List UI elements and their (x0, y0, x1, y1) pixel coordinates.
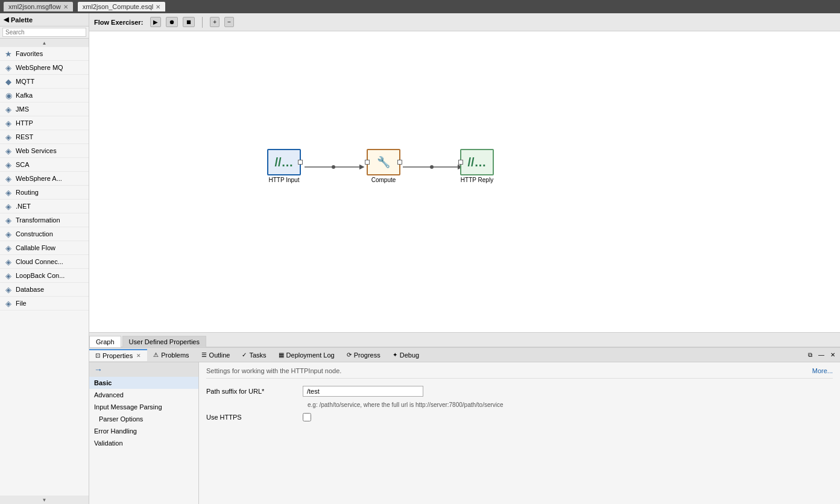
props-nav-parser-options[interactable]: Parser Options (89, 413, 198, 425)
node-compute-port-out[interactable] (397, 160, 402, 165)
properties-tab-close[interactable]: ✕ (136, 353, 141, 359)
node-compute-box[interactable]: 🔧 (367, 149, 400, 175)
zoom-in-button[interactable]: + (210, 17, 219, 27)
node-http-input-port-out[interactable] (298, 160, 303, 165)
deployment-log-tab-label: Deployment Log (286, 351, 335, 359)
node-compute-port-in[interactable] (365, 160, 370, 165)
flow-exerciser-play[interactable]: ▶ (150, 17, 161, 27)
node-http-input-box[interactable]: //… (267, 149, 301, 175)
props-panel-toolbar: ⧉ — ✕ (803, 349, 840, 361)
palette-item-cloud-connec[interactable]: ◈Cloud Connec... (0, 255, 89, 269)
flow-exerciser-record[interactable]: ⏺ (166, 17, 178, 27)
tab-graph[interactable]: Graph (89, 336, 121, 347)
tab-deployment-log[interactable]: ▦ Deployment Log (273, 350, 341, 361)
palette-item-kafka[interactable]: ◉Kafka (0, 89, 89, 102)
zoom-out-button[interactable]: − (224, 17, 234, 27)
palette-item-mqtt[interactable]: ◆MQTT (0, 75, 89, 89)
props-nav-advanced[interactable]: Advanced (89, 389, 198, 401)
props-nav-error-handling[interactable]: Error Handling (89, 425, 198, 437)
palette-search-input[interactable] (2, 28, 86, 37)
canvas[interactable]: //… HTTP Input 🔧 Compute (89, 31, 840, 333)
palette-item-favorites[interactable]: ★Favorites (0, 47, 89, 61)
tab-msgflow-label: xml2json.msgflow (8, 3, 61, 10)
tab-problems[interactable]: ⚠ Problems (147, 350, 195, 361)
palette-item-icon-websphere-mq: ◈ (4, 63, 13, 72)
main-container: ◀ Palette ▲ ★Favorites◈WebSphere MQ◆MQTT… (0, 13, 840, 504)
node-http-reply[interactable]: //… HTTP Reply (460, 149, 494, 183)
palette-item-websphere-mq[interactable]: ◈WebSphere MQ (0, 61, 89, 75)
debug-tab-label: Debug (400, 351, 419, 359)
props-nav-basic[interactable]: Basic (89, 377, 198, 389)
palette-title: Palette (11, 16, 33, 24)
props-nav-header-icon: → (94, 365, 103, 374)
tab-msgflow-close[interactable]: ✕ (63, 4, 68, 10)
svg-point-3 (430, 165, 434, 169)
palette-item-icon-favorites: ★ (4, 49, 13, 58)
palette-item-http[interactable]: ◈HTTP (0, 116, 89, 130)
palette-item-construction[interactable]: ◈Construction (0, 227, 89, 241)
palette-item-icon-sca: ◈ (4, 160, 13, 169)
palette-item-icon-routing: ◈ (4, 187, 13, 197)
palette-item-net[interactable]: ◈.NET (0, 200, 89, 213)
palette-item-label-file: File (16, 300, 27, 307)
palette-item-label-construction: Construction (16, 230, 53, 238)
props-minimize-button[interactable]: — (816, 350, 827, 359)
props-nav-input-message-parsing[interactable]: Input Message Parsing (89, 401, 198, 413)
palette-item-label-transformation: Transformation (16, 216, 60, 224)
props-close-button[interactable]: ✕ (828, 350, 838, 359)
tab-outline[interactable]: ☰ Outline (195, 350, 236, 361)
palette-item-callable-flow[interactable]: ◈Callable Flow (0, 241, 89, 255)
palette-item-routing[interactable]: ◈Routing (0, 186, 89, 200)
content-area: Flow Exerciser: ▶ ⏺ ⏹ + − //… HTTP Input (89, 13, 840, 504)
props-content: → Basic Advanced Input Message Parsing P… (89, 362, 840, 504)
palette-item-sca[interactable]: ◈SCA (0, 158, 89, 172)
palette-item-icon-mqtt: ◆ (4, 77, 13, 86)
flow-exerciser-stop[interactable]: ⏹ (183, 17, 195, 27)
palette-item-icon-http: ◈ (4, 118, 13, 128)
tab-properties[interactable]: ⊡ Properties ✕ (89, 349, 147, 361)
palette-item-loopback-con[interactable]: ◈LoopBack Con... (0, 269, 89, 283)
tab-msgflow[interactable]: xml2json.msgflow ✕ (4, 2, 73, 11)
tab-tasks[interactable]: ✓ Tasks (236, 350, 272, 361)
node-http-reply-box[interactable]: //… (460, 149, 494, 175)
props-nav-header: → (89, 362, 198, 377)
debug-tab-icon: ✦ (393, 351, 397, 358)
palette-scroll-up[interactable]: ▲ (0, 39, 89, 47)
node-compute[interactable]: 🔧 Compute (367, 149, 400, 183)
node-http-input-label: HTTP Input (269, 177, 300, 183)
palette-list: ★Favorites◈WebSphere MQ◆MQTT◉Kafka◈JMS◈H… (0, 47, 89, 496)
palette-item-transformation[interactable]: ◈Transformation (0, 213, 89, 227)
props-more-link[interactable]: More... (812, 367, 833, 374)
use-https-checkbox[interactable] (303, 413, 311, 421)
palette-arrow-left[interactable]: ◀ (4, 16, 8, 24)
palette-item-label-net: .NET (16, 203, 31, 210)
path-suffix-input[interactable] (303, 386, 423, 397)
palette-item-icon-database: ◈ (4, 285, 13, 294)
palette-item-web-services[interactable]: ◈Web Services (0, 144, 89, 158)
palette-item-label-database: Database (16, 286, 44, 293)
outline-tab-label: Outline (209, 351, 230, 359)
palette-item-icon-loopback-con: ◈ (4, 271, 13, 280)
palette-item-icon-file: ◈ (4, 298, 13, 308)
tab-esql-close[interactable]: ✕ (156, 4, 160, 10)
palette-item-rest[interactable]: ◈REST (0, 130, 89, 144)
props-maximize-button[interactable]: ⧉ (806, 350, 815, 360)
tab-esql[interactable]: xml2json_Compute.esql ✕ (78, 2, 165, 11)
palette-item-websphere-a[interactable]: ◈WebSphere A... (0, 172, 89, 186)
tab-progress[interactable]: ⟳ Progress (341, 350, 387, 361)
palette-item-database[interactable]: ◈Database (0, 283, 89, 297)
palette-item-jms[interactable]: ◈JMS (0, 102, 89, 116)
tasks-tab-label: Tasks (249, 351, 266, 359)
palette-item-icon-transformation: ◈ (4, 215, 13, 225)
node-http-reply-port-in[interactable] (458, 160, 463, 165)
props-nav-validation[interactable]: Validation (89, 437, 198, 449)
problems-tab-icon: ⚠ (153, 351, 159, 358)
palette-scroll-down[interactable]: ▼ (0, 496, 89, 504)
node-http-reply-label: HTTP Reply (461, 177, 493, 183)
node-compute-label: Compute (371, 177, 396, 183)
node-http-input[interactable]: //… HTTP Input (267, 149, 301, 183)
palette-item-label-kafka: Kafka (16, 92, 33, 99)
tab-debug[interactable]: ✦ Debug (387, 350, 425, 361)
tab-user-defined[interactable]: User Defined Properties (122, 336, 206, 347)
palette-item-file[interactable]: ◈File (0, 297, 89, 310)
